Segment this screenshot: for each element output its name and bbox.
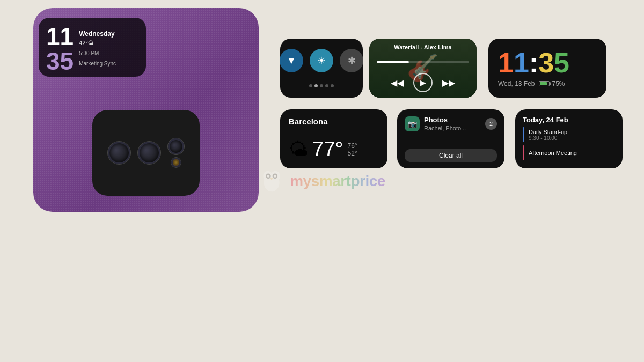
weather-main-row: 🌤 77° 76° 52° <box>289 138 379 161</box>
weather-temp: 77° <box>312 138 343 161</box>
camera-top-row <box>108 138 184 167</box>
cal-event1-info: Daily Stand-up 9:30 - 10:00 <box>529 129 567 141</box>
notif-badge: 2 <box>485 118 497 130</box>
clock-date: Wed, 13 Feb <box>498 80 535 87</box>
lock-time-display: 11 35 <box>46 24 74 70</box>
music-play-button[interactable]: ▶ <box>413 73 433 92</box>
music-controls: ◀◀ ▶ ▶▶ <box>375 73 471 92</box>
cal-event-1: Daily Stand-up 9:30 - 10:00 <box>523 127 615 142</box>
camera-lens-main <box>108 142 130 164</box>
weather-low: 52° <box>347 150 357 157</box>
notif-clear-button[interactable]: Clear all <box>405 149 497 162</box>
lock-time-big: 11 35 <box>46 24 74 73</box>
music-progress-fill <box>377 61 409 63</box>
notif-header: 📷 Photos Rachel, Photo... 2 <box>405 116 497 131</box>
lock-minutes: 35 <box>46 47 74 75</box>
qs-dot-3 <box>320 84 323 87</box>
clock-h1: 1 <box>498 49 514 77</box>
phone-back: 11 35 Wednesday 42°🌤 5:30 PM Marketing S… <box>33 8 259 212</box>
qs-dot-2 <box>314 84 318 87</box>
clock-h2: 1 <box>514 49 529 77</box>
lock-hour: 11 <box>46 23 74 50</box>
qs-brightness-button[interactable]: ☀ <box>310 49 333 72</box>
cal-event2-title: Afternoon Meeting <box>529 150 577 156</box>
lock-temp: 42°🌤 <box>79 40 116 46</box>
notif-app-name: Photos <box>424 116 466 124</box>
music-content: Waterfall - Alex Lima ◀◀ ▶ ▶▶ <box>369 39 477 98</box>
clock-m1: 3 <box>538 49 554 77</box>
battery-pct: 75% <box>552 80 565 87</box>
qs-buttons-row: ▼ ☀ ✱ <box>280 49 363 72</box>
clock-colon: : <box>529 49 538 77</box>
qs-dot-4 <box>325 84 328 87</box>
qs-page-dots <box>309 84 334 87</box>
cal-event1-time: 9:30 - 10:00 <box>529 135 567 141</box>
cal-event2-bar <box>523 145 524 160</box>
camera-module <box>92 110 200 196</box>
camera-lens-secondary <box>138 142 160 164</box>
music-next-button[interactable]: ▶▶ <box>442 78 455 88</box>
weather-icon: 🌤 <box>289 138 308 161</box>
weather-city: Barcelona <box>289 117 379 126</box>
lock-info: Wednesday 42°🌤 5:30 PM Marketing Sync <box>79 26 116 70</box>
battery-fill <box>540 82 547 85</box>
qs-dot-1 <box>309 84 312 87</box>
weather-high: 76° <box>347 142 357 150</box>
widget-weather: Barcelona 🌤 77° 76° 52° <box>280 109 387 168</box>
widget-music: 🎸 Waterfall - Alex Lima ◀◀ ▶ ▶▶ <box>369 39 477 98</box>
widget-notifications: 📷 Photos Rachel, Photo... 2 Clear all <box>397 109 504 168</box>
notif-text: Rachel, Photo... <box>424 125 466 131</box>
lock-screen-widget: 11 35 Wednesday 42°🌤 5:30 PM Marketing S… <box>39 18 146 77</box>
cal-event1-title: Daily Stand-up <box>529 129 567 135</box>
qs-bluetooth-button[interactable]: ✱ <box>340 49 363 72</box>
cal-event1-bar <box>523 127 524 142</box>
qs-dot-5 <box>331 84 334 87</box>
clock-battery: 75% <box>539 80 565 87</box>
lock-event: Marketing Sync <box>79 61 116 67</box>
weather-hi-lo: 76° 52° <box>347 142 357 157</box>
clock-time-display: 11:35 <box>498 49 597 77</box>
lock-day: Wednesday <box>79 30 116 38</box>
widget-clock: 11:35 Wed, 13 Feb 75% <box>488 39 606 98</box>
cal-date: Today, 24 Feb <box>523 116 615 124</box>
cal-event-2: Afternoon Meeting <box>523 145 615 160</box>
music-prev-button[interactable]: ◀◀ <box>391 78 404 88</box>
music-title: Waterfall - Alex Lima <box>375 44 471 50</box>
qs-wifi-button[interactable]: ▼ <box>280 49 303 72</box>
notif-app-icon: 📷 <box>405 116 420 131</box>
clock-m2: 5 <box>554 49 569 77</box>
clock-date-row: Wed, 13 Feb 75% <box>498 80 597 87</box>
music-progress-bar <box>377 61 469 63</box>
cal-event2-info: Afternoon Meeting <box>529 150 577 156</box>
lock-time-detail: 5:30 PM <box>79 50 116 56</box>
widget-calendar: Today, 24 Feb Daily Stand-up 9:30 - 10:0… <box>515 109 623 168</box>
battery-icon <box>539 81 550 86</box>
widget-quick-settings: ▼ ☀ ✱ <box>280 39 363 98</box>
camera-flash <box>171 158 181 167</box>
camera-lens-small <box>168 138 184 154</box>
